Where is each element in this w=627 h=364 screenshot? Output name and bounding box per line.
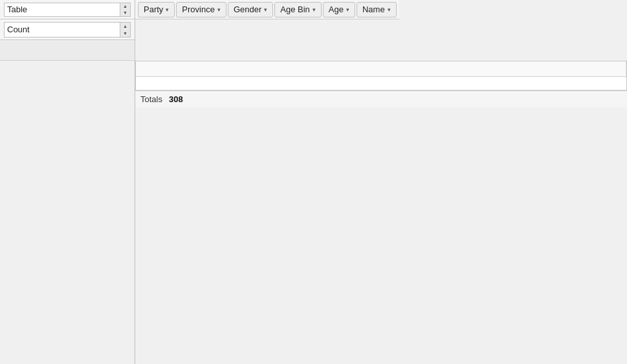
left-panel: Table ▲ ▼ Count ▲ ▼	[0, 0, 135, 61]
filter-age-bin-chevron: ▾	[313, 6, 316, 13]
data-table-body	[136, 77, 626, 90]
filter-province-label: Province	[182, 5, 215, 14]
filter-bar: Party ▾ Province ▾ Gender ▾ Age Bin ▾ Ag…	[135, 0, 399, 19]
table-spinner-up[interactable]: ▲	[120, 3, 130, 10]
table-spinner[interactable]: ▲ ▼	[120, 3, 131, 17]
count-select[interactable]: Count	[4, 22, 120, 37]
filter-gender-label: Gender	[234, 5, 261, 14]
filter-gender-button[interactable]: Gender ▾	[228, 2, 273, 17]
totals-label: Totals	[140, 94, 162, 104]
filter-age-chevron: ▾	[346, 6, 349, 13]
table-select-row: Table ▲ ▼	[0, 0, 135, 19]
left-panel-bottom	[0, 61, 135, 364]
filter-name-button[interactable]: Name ▾	[357, 2, 397, 17]
left-empty-row	[0, 40, 135, 61]
filter-age-label: Age	[329, 5, 344, 14]
filter-party-chevron: ▾	[166, 6, 169, 13]
count-spinner-up[interactable]: ▲	[120, 23, 130, 30]
filter-name-label: Name	[362, 5, 385, 14]
filter-party-label: Party	[144, 5, 163, 14]
app-container: Table ▲ ▼ Count ▲ ▼	[0, 0, 627, 364]
totals-row: Totals 308	[135, 91, 627, 107]
data-table-header	[136, 61, 626, 77]
bottom-content: Totals 308	[0, 61, 627, 364]
filter-age-bin-button[interactable]: Age Bin ▾	[274, 2, 322, 17]
count-spinner-down[interactable]: ▼	[120, 30, 130, 37]
table-select[interactable]: Table	[4, 3, 120, 17]
totals-value: 308	[169, 94, 183, 104]
filter-name-chevron: ▾	[388, 6, 391, 13]
filter-province-chevron: ▾	[217, 6, 221, 13]
count-spinner[interactable]: ▲ ▼	[120, 22, 131, 37]
filter-age-button[interactable]: Age ▾	[323, 2, 355, 17]
filter-party-button[interactable]: Party ▾	[138, 2, 175, 17]
top-area: Table ▲ ▼ Count ▲ ▼	[0, 0, 627, 61]
filter-gender-chevron: ▾	[264, 6, 267, 13]
table-spinner-down[interactable]: ▼	[120, 10, 130, 16]
right-main: Totals 308	[135, 61, 627, 364]
data-table-wrapper	[135, 61, 627, 91]
filter-province-button[interactable]: Province ▾	[176, 2, 226, 17]
header-cell-1	[136, 61, 626, 76]
filter-age-bin-label: Age Bin	[280, 5, 310, 14]
count-select-row: Count ▲ ▼	[0, 19, 135, 40]
